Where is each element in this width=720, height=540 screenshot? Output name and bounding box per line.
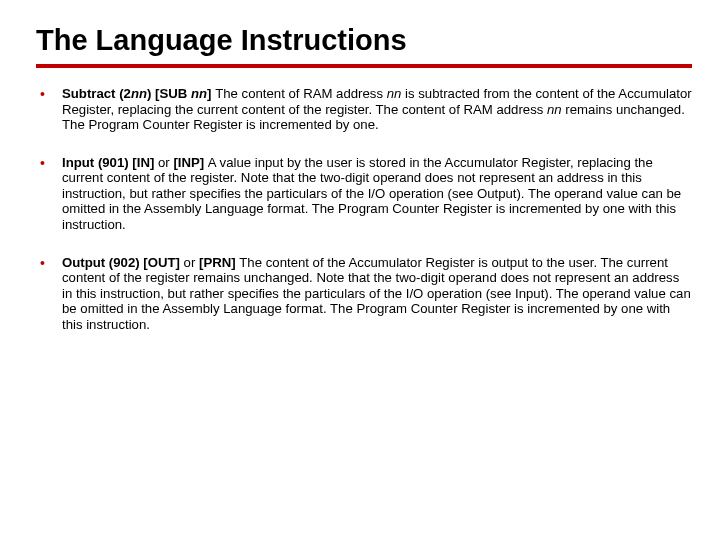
title-rule xyxy=(36,64,692,68)
bullet-list: Subtract (2nn) [SUB nn] The content of R… xyxy=(36,86,692,333)
list-item: Output (902) [OUT] or [PRN] The content … xyxy=(36,255,692,333)
item-var: nn xyxy=(547,102,562,117)
item-text: The content of RAM address xyxy=(215,86,387,101)
page-title: The Language Instructions xyxy=(36,24,692,60)
item-or: or xyxy=(184,255,196,270)
item-lead-var: nn xyxy=(191,86,207,101)
item-lead: Output (902) [OUT] xyxy=(62,255,184,270)
list-item: Subtract (2nn) [SUB nn] The content of R… xyxy=(36,86,692,133)
list-item: Input (901) [IN] or [INP] A value input … xyxy=(36,155,692,233)
slide: The Language Instructions Subtract (2nn)… xyxy=(0,0,720,375)
item-var: nn xyxy=(387,86,402,101)
item-lead-mid: ) [SUB xyxy=(147,86,191,101)
item-lead-var: nn xyxy=(131,86,147,101)
item-lead: Input (901) [IN] xyxy=(62,155,158,170)
item-lead-alt: [PRN] xyxy=(195,255,239,270)
item-lead-end: ] xyxy=(207,86,215,101)
item-or: or xyxy=(158,155,170,170)
item-lead: Subtract (2 xyxy=(62,86,131,101)
item-lead-alt: [INP] xyxy=(170,155,208,170)
